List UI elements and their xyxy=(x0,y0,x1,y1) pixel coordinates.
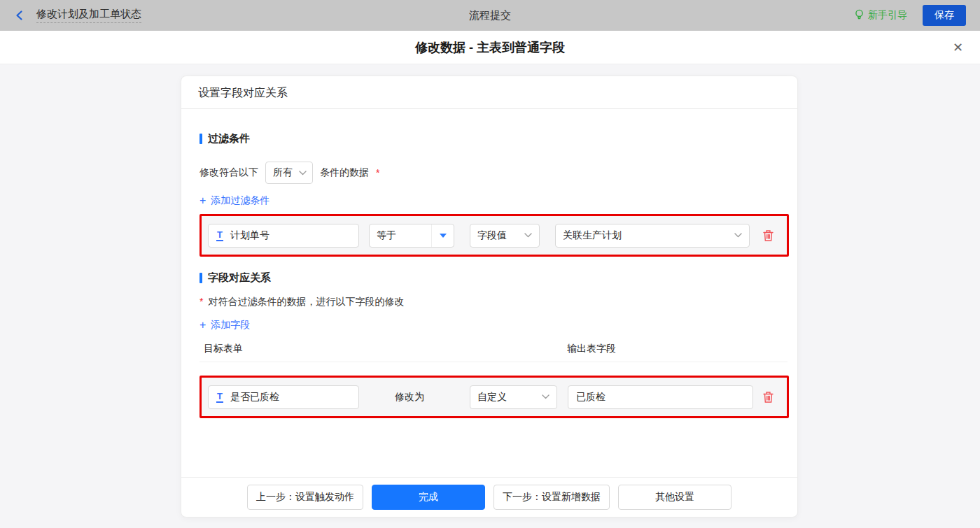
lightbulb-icon xyxy=(854,9,864,22)
add-filter-condition-label: 添加过滤条件 xyxy=(211,194,270,207)
topbar: 修改计划及加工单状态 流程提交 新手引导 保存 xyxy=(0,0,980,31)
chevron-down-icon xyxy=(299,171,307,176)
operator-value: 等于 xyxy=(370,229,396,242)
panel-footer: 上一步：设置触发动作 完成 下一步：设置新增数据 其他设置 xyxy=(181,477,797,517)
text-field-icon: T xyxy=(216,230,223,241)
modify-to-label: 修改为 xyxy=(395,391,428,404)
add-filter-condition-link[interactable]: + 添加过滤条件 xyxy=(200,194,270,207)
next-step-button[interactable]: 下一步：设置新增数据 xyxy=(493,485,610,510)
condition-line: 修改符合以下 所有 条件的数据 * xyxy=(200,162,788,184)
plus-icon: + xyxy=(200,195,206,206)
value-type-value: 字段值 xyxy=(477,229,507,242)
mapping-section-label: 字段对应关系 xyxy=(208,271,271,285)
output-type-value: 自定义 xyxy=(477,391,507,404)
match-mode-select[interactable]: 所有 xyxy=(265,162,313,184)
target-form-column-header: 目标表单 xyxy=(200,343,567,355)
delete-filter-row-button[interactable] xyxy=(762,229,774,242)
output-type-select[interactable]: 自定义 xyxy=(470,385,557,409)
topbar-center-title: 流程提交 xyxy=(0,9,980,22)
operator-caret-area[interactable] xyxy=(431,224,454,247)
filter-section-label: 过滤条件 xyxy=(208,132,250,145)
match-prefix-label: 修改符合以下 xyxy=(200,166,258,179)
filter-section-title: 过滤条件 xyxy=(200,132,788,145)
prev-step-button[interactable]: 上一步：设置触发动作 xyxy=(247,485,363,510)
filter-condition-row: T 计划单号 等于 字段值 关联生产计划 xyxy=(200,214,789,257)
chevron-down-icon xyxy=(542,394,550,399)
compare-value: 关联生产计划 xyxy=(563,229,622,242)
done-button[interactable]: 完成 xyxy=(372,485,485,510)
output-field-column-header: 输出表字段 xyxy=(567,343,616,355)
compare-value-select[interactable]: 关联生产计划 xyxy=(555,224,750,248)
chevron-down-icon xyxy=(524,233,532,238)
filter-field-selector[interactable]: T 计划单号 xyxy=(208,224,359,248)
mapping-description-text: 对符合过滤条件的数据，进行以下字段的修改 xyxy=(208,296,404,308)
modal-header: 修改数据 - 主表到普通字段 ✕ xyxy=(0,31,980,64)
mapping-description: * 对符合过滤条件的数据，进行以下字段的修改 xyxy=(200,296,788,308)
add-field-label: 添加字段 xyxy=(211,319,250,331)
trash-icon xyxy=(762,391,774,404)
value-type-select[interactable]: 字段值 xyxy=(470,224,540,248)
mapping-section-title: 字段对应关系 xyxy=(200,271,788,285)
output-value-input[interactable] xyxy=(568,385,753,409)
plus-icon: + xyxy=(200,320,206,331)
chevron-down-icon xyxy=(734,233,742,238)
target-field-value: 是否已质检 xyxy=(230,391,279,404)
other-settings-button[interactable]: 其他设置 xyxy=(618,485,732,510)
filter-field-value: 计划单号 xyxy=(230,229,270,242)
mapping-column-headers: 目标表单 输出表字段 xyxy=(200,343,788,362)
modal-title: 修改数据 - 主表到普通字段 xyxy=(415,39,565,56)
flow-name[interactable]: 修改计划及加工单状态 xyxy=(36,8,141,23)
beginner-guide-label: 新手引导 xyxy=(868,9,907,22)
add-field-link[interactable]: + 添加字段 xyxy=(200,319,250,331)
field-mapping-row: T 是否已质检 修改为 自定义 xyxy=(200,376,789,418)
modal-body: 设置字段对应关系 过滤条件 修改符合以下 所有 条件的数据 * xyxy=(0,64,980,528)
caret-down-icon xyxy=(440,234,447,238)
section-bar xyxy=(200,134,202,144)
beginner-guide-link[interactable]: 新手引导 xyxy=(854,9,907,22)
field-mapping-panel: 设置字段对应关系 过滤条件 修改符合以下 所有 条件的数据 * xyxy=(181,76,798,518)
match-mode-value: 所有 xyxy=(273,166,293,179)
required-asterisk: * xyxy=(376,167,379,178)
close-icon[interactable]: ✕ xyxy=(953,41,963,54)
match-suffix-label: 条件的数据 xyxy=(320,166,369,179)
required-asterisk: * xyxy=(200,296,203,307)
panel-content: 过滤条件 修改符合以下 所有 条件的数据 * + 添加过滤条件 xyxy=(181,109,797,477)
delete-mapping-row-button[interactable] xyxy=(762,391,774,404)
operator-select[interactable]: 等于 xyxy=(369,224,454,248)
target-field-selector[interactable]: T 是否已质检 xyxy=(208,385,359,409)
text-field-icon: T xyxy=(216,392,223,403)
back-button[interactable] xyxy=(14,10,25,21)
save-button[interactable]: 保存 xyxy=(923,5,966,26)
back-chevron-icon xyxy=(14,10,25,21)
trash-icon xyxy=(762,229,774,242)
panel-header: 设置字段对应关系 xyxy=(181,76,797,109)
section-bar xyxy=(200,273,202,283)
